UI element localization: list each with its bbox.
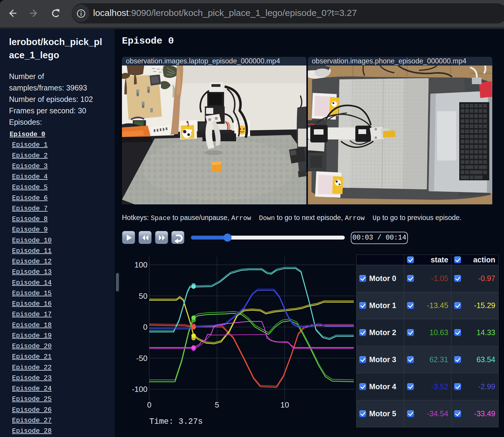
svg-text:50: 50 xyxy=(139,292,147,301)
svg-text:0: 0 xyxy=(143,322,147,332)
svg-text:100: 100 xyxy=(135,260,147,269)
svg-text:5: 5 xyxy=(215,400,219,409)
svg-text:0: 0 xyxy=(147,400,151,409)
svg-text:-100: -100 xyxy=(132,385,147,394)
svg-text:10: 10 xyxy=(281,400,289,409)
svg-text:-50: -50 xyxy=(136,354,147,363)
